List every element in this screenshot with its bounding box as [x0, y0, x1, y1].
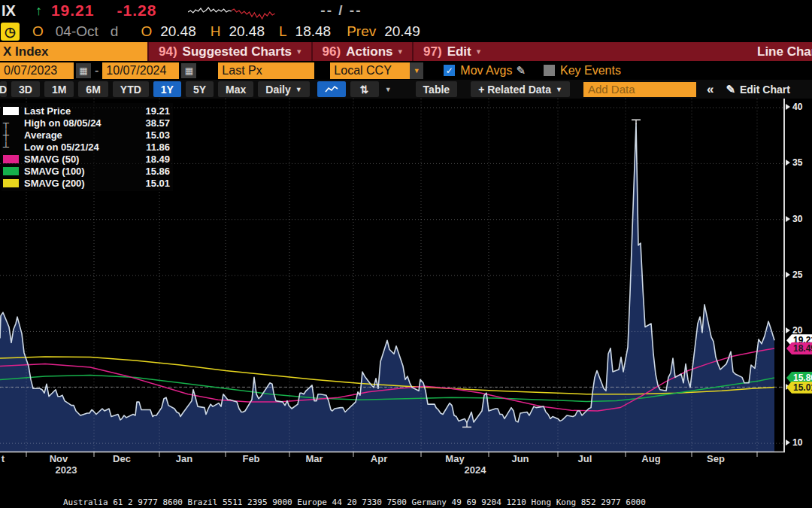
x-axis-month-label: Dec: [113, 453, 131, 464]
y-axis-tick-label: 35: [786, 157, 802, 168]
legend-marker-icon: ┼: [3, 129, 21, 141]
x-axis-month-label: Sep: [707, 453, 725, 464]
x-axis-year-label: 2023: [56, 464, 77, 476]
legend-swatch: [3, 179, 21, 187]
legend-value: 18.49: [135, 154, 170, 165]
legend-value: 11.86: [135, 141, 170, 153]
axis-tick-arrow-icon: [786, 160, 790, 166]
legend-label: SMAVG (50): [24, 154, 135, 165]
legend-value: 15.03: [135, 129, 170, 141]
axis-tick-arrow-icon: [786, 272, 790, 278]
legend-label: High on 08/05/24: [24, 117, 135, 129]
x-axis-month-label: May: [445, 453, 464, 464]
x-axis-month-label: Apr: [371, 453, 387, 464]
smavg50-flag: 18.49: [786, 342, 812, 354]
x-axis-year-label: 2024: [465, 464, 486, 476]
legend-swatch: [3, 107, 21, 115]
chart-legend: Last Price19.21┬High on 08/05/2438.57┼Av…: [2, 103, 173, 191]
x-axis-month-label: Nov: [50, 453, 68, 464]
legend-value: 19.21: [135, 105, 170, 117]
legend-label: SMAVG (100): [24, 166, 135, 177]
high-marker: [632, 120, 641, 124]
legend-smavg50[interactable]: SMAVG (50)18.49: [3, 153, 170, 165]
smavg200-flag: 15.01: [786, 382, 812, 394]
bloomberg-terminal-window: IX ↑ 19.21 -1.28 -- / -- ◷ O 04-Oct d O …: [0, 0, 812, 508]
y-axis-tick-label: 10: [786, 437, 802, 448]
legend-label: Average: [24, 129, 135, 141]
y-axis-tick-label: 40: [786, 102, 802, 112]
legend-swatch: [3, 167, 21, 175]
legend-marker-icon: ┴: [3, 141, 21, 153]
y-axis-tick-label: 30: [786, 214, 802, 224]
x-axis-month-label: Mar: [305, 453, 323, 464]
legend-last-price[interactable]: Last Price19.21: [3, 105, 170, 117]
x-axis-month-label: Jul: [578, 453, 592, 464]
y-axis-tick-label: 25: [786, 269, 802, 280]
axis-tick-arrow-icon: [786, 440, 790, 446]
legend-marker-icon: ┬: [3, 117, 21, 129]
legend-smavg200[interactable]: SMAVG (200)15.01: [3, 177, 170, 189]
legend-average[interactable]: ┼Average15.03: [3, 129, 170, 141]
chart-area: Last Price19.21┬High on 08/05/2438.57┼Av…: [0, 0, 812, 508]
legend-low[interactable]: ┴Low on 05/21/2411.86: [3, 141, 170, 153]
x-axis-month-label: Jun: [511, 453, 529, 464]
x-axis-month-label: Feb: [242, 453, 259, 464]
axis-tick-arrow-icon: [786, 104, 790, 110]
legend-value: 15.01: [135, 178, 170, 189]
legend-value: 15.86: [135, 166, 170, 177]
legend-value: 38.57: [135, 117, 170, 129]
axis-tick-arrow-icon: [786, 216, 790, 222]
legend-swatch: [3, 155, 21, 163]
legend-label: Last Price: [24, 105, 135, 117]
legend-smavg100[interactable]: SMAVG (100)15.86: [3, 165, 170, 177]
x-axis-month-label: Aug: [641, 453, 660, 464]
x-axis-month-label: t: [2, 453, 5, 464]
legend-high[interactable]: ┬High on 08/05/2438.57: [3, 117, 170, 129]
axis-tick-arrow-icon: [786, 327, 790, 333]
legend-label: SMAVG (200): [24, 178, 135, 189]
legend-label: Low on 05/21/24: [24, 141, 135, 153]
price-chart-plot[interactable]: [0, 0, 812, 508]
x-axis-month-label: Jan: [176, 453, 192, 464]
